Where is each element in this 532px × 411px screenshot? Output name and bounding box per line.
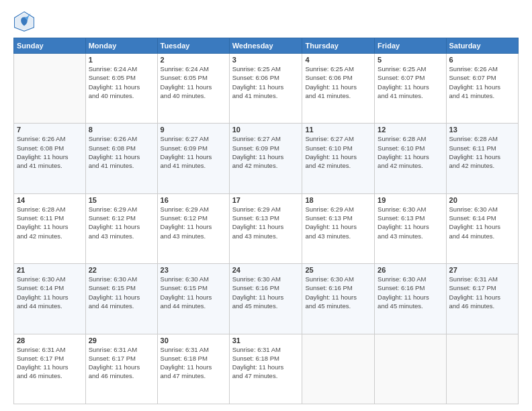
calendar-cell: 5Sunrise: 6:25 AM Sunset: 6:07 PM Daylig… xyxy=(375,54,446,124)
day-number: 22 xyxy=(89,266,154,274)
day-number: 13 xyxy=(449,126,515,134)
calendar-cell: 30Sunrise: 6:31 AM Sunset: 6:18 PM Dayli… xyxy=(157,334,229,404)
day-info: Sunrise: 6:28 AM Sunset: 6:11 PM Dayligh… xyxy=(17,205,83,240)
calendar-week-row: 1Sunrise: 6:24 AM Sunset: 6:05 PM Daylig… xyxy=(14,54,519,124)
calendar-cell: 1Sunrise: 6:24 AM Sunset: 6:05 PM Daylig… xyxy=(85,54,157,124)
day-info: Sunrise: 6:31 AM Sunset: 6:18 PM Dayligh… xyxy=(232,345,300,381)
day-number: 19 xyxy=(378,196,443,204)
day-number: 29 xyxy=(89,336,154,345)
day-info: Sunrise: 6:30 AM Sunset: 6:16 PM Dayligh… xyxy=(232,275,300,310)
calendar-cell: 20Sunrise: 6:30 AM Sunset: 6:14 PM Dayli… xyxy=(446,193,518,263)
day-number: 17 xyxy=(232,196,300,204)
calendar-cell: 6Sunrise: 6:26 AM Sunset: 6:07 PM Daylig… xyxy=(446,54,518,124)
calendar-cell: 17Sunrise: 6:29 AM Sunset: 6:13 PM Dayli… xyxy=(229,193,302,263)
day-number: 7 xyxy=(17,126,83,134)
calendar-cell: 14Sunrise: 6:28 AM Sunset: 6:11 PM Dayli… xyxy=(14,193,86,263)
day-number: 10 xyxy=(232,126,300,134)
day-info: Sunrise: 6:24 AM Sunset: 6:05 PM Dayligh… xyxy=(89,64,154,100)
calendar-cell: 8Sunrise: 6:26 AM Sunset: 6:08 PM Daylig… xyxy=(85,124,157,193)
calendar-cell: 18Sunrise: 6:29 AM Sunset: 6:13 PM Dayli… xyxy=(302,193,375,263)
calendar-cell: 2Sunrise: 6:24 AM Sunset: 6:05 PM Daylig… xyxy=(157,54,229,124)
calendar-cell: 29Sunrise: 6:31 AM Sunset: 6:17 PM Dayli… xyxy=(85,334,157,404)
day-info: Sunrise: 6:30 AM Sunset: 6:14 PM Dayligh… xyxy=(449,205,515,240)
logo-icon xyxy=(13,11,35,32)
day-info: Sunrise: 6:25 AM Sunset: 6:07 PM Dayligh… xyxy=(378,64,443,100)
day-number: 6 xyxy=(449,56,515,64)
day-number: 4 xyxy=(305,56,371,64)
day-number: 5 xyxy=(378,56,443,64)
day-number: 8 xyxy=(89,126,154,134)
day-header-sunday: Sunday xyxy=(14,38,86,54)
day-number: 21 xyxy=(17,266,83,274)
day-info: Sunrise: 6:31 AM Sunset: 6:17 PM Dayligh… xyxy=(449,275,515,310)
day-number: 23 xyxy=(161,266,226,274)
calendar-cell: 25Sunrise: 6:30 AM Sunset: 6:16 PM Dayli… xyxy=(302,264,375,334)
day-number: 26 xyxy=(378,266,443,274)
calendar-week-row: 7Sunrise: 6:26 AM Sunset: 6:08 PM Daylig… xyxy=(14,124,519,193)
day-info: Sunrise: 6:27 AM Sunset: 6:09 PM Dayligh… xyxy=(161,134,226,170)
day-info: Sunrise: 6:29 AM Sunset: 6:12 PM Dayligh… xyxy=(161,205,226,240)
day-number: 20 xyxy=(449,196,515,204)
day-header-friday: Friday xyxy=(375,38,446,54)
calendar-cell: 24Sunrise: 6:30 AM Sunset: 6:16 PM Dayli… xyxy=(229,264,302,334)
day-number: 16 xyxy=(161,196,226,204)
day-info: Sunrise: 6:26 AM Sunset: 6:08 PM Dayligh… xyxy=(89,134,154,170)
day-info: Sunrise: 6:29 AM Sunset: 6:13 PM Dayligh… xyxy=(232,205,300,240)
day-info: Sunrise: 6:28 AM Sunset: 6:11 PM Dayligh… xyxy=(449,134,515,170)
calendar-cell xyxy=(14,54,86,124)
day-info: Sunrise: 6:31 AM Sunset: 6:17 PM Dayligh… xyxy=(17,345,83,381)
day-info: Sunrise: 6:25 AM Sunset: 6:06 PM Dayligh… xyxy=(232,64,300,100)
day-info: Sunrise: 6:26 AM Sunset: 6:08 PM Dayligh… xyxy=(17,134,83,170)
calendar-table: SundayMondayTuesdayWednesdayThursdayFrid… xyxy=(13,38,519,404)
day-info: Sunrise: 6:27 AM Sunset: 6:10 PM Dayligh… xyxy=(305,134,371,170)
day-number: 3 xyxy=(232,56,300,64)
day-header-tuesday: Tuesday xyxy=(157,38,229,54)
day-number: 1 xyxy=(89,56,154,64)
day-number: 9 xyxy=(161,126,226,134)
calendar-header-row: SundayMondayTuesdayWednesdayThursdayFrid… xyxy=(14,38,519,54)
day-info: Sunrise: 6:27 AM Sunset: 6:09 PM Dayligh… xyxy=(232,134,300,170)
page: SundayMondayTuesdayWednesdayThursdayFrid… xyxy=(0,0,532,411)
header xyxy=(13,11,519,32)
day-info: Sunrise: 6:30 AM Sunset: 6:14 PM Dayligh… xyxy=(17,275,83,310)
day-info: Sunrise: 6:30 AM Sunset: 6:15 PM Dayligh… xyxy=(89,275,154,310)
calendar-cell xyxy=(446,334,518,404)
calendar-cell: 7Sunrise: 6:26 AM Sunset: 6:08 PM Daylig… xyxy=(14,124,86,193)
calendar-cell: 19Sunrise: 6:30 AM Sunset: 6:13 PM Dayli… xyxy=(375,193,446,263)
day-info: Sunrise: 6:30 AM Sunset: 6:16 PM Dayligh… xyxy=(378,275,443,310)
day-info: Sunrise: 6:30 AM Sunset: 6:15 PM Dayligh… xyxy=(161,275,226,310)
day-number: 14 xyxy=(17,196,83,204)
day-number: 27 xyxy=(449,266,515,274)
day-info: Sunrise: 6:25 AM Sunset: 6:06 PM Dayligh… xyxy=(305,64,371,100)
calendar-cell: 27Sunrise: 6:31 AM Sunset: 6:17 PM Dayli… xyxy=(446,264,518,334)
calendar-cell: 21Sunrise: 6:30 AM Sunset: 6:14 PM Dayli… xyxy=(14,264,86,334)
day-header-monday: Monday xyxy=(85,38,157,54)
day-header-thursday: Thursday xyxy=(302,38,375,54)
day-info: Sunrise: 6:31 AM Sunset: 6:17 PM Dayligh… xyxy=(89,345,154,381)
day-number: 25 xyxy=(305,266,371,274)
calendar-cell: 26Sunrise: 6:30 AM Sunset: 6:16 PM Dayli… xyxy=(375,264,446,334)
calendar-week-row: 14Sunrise: 6:28 AM Sunset: 6:11 PM Dayli… xyxy=(14,193,519,263)
day-info: Sunrise: 6:29 AM Sunset: 6:12 PM Dayligh… xyxy=(89,205,154,240)
day-info: Sunrise: 6:26 AM Sunset: 6:07 PM Dayligh… xyxy=(449,64,515,100)
day-number: 18 xyxy=(305,196,371,204)
logo xyxy=(13,11,38,32)
day-number: 11 xyxy=(305,126,371,134)
calendar-cell: 16Sunrise: 6:29 AM Sunset: 6:12 PM Dayli… xyxy=(157,193,229,263)
day-number: 24 xyxy=(232,266,300,274)
day-info: Sunrise: 6:28 AM Sunset: 6:10 PM Dayligh… xyxy=(378,134,443,170)
calendar-cell xyxy=(302,334,375,404)
calendar-cell: 31Sunrise: 6:31 AM Sunset: 6:18 PM Dayli… xyxy=(229,334,302,404)
day-info: Sunrise: 6:24 AM Sunset: 6:05 PM Dayligh… xyxy=(161,64,226,100)
day-info: Sunrise: 6:29 AM Sunset: 6:13 PM Dayligh… xyxy=(305,205,371,240)
day-info: Sunrise: 6:30 AM Sunset: 6:13 PM Dayligh… xyxy=(378,205,443,240)
calendar-cell: 28Sunrise: 6:31 AM Sunset: 6:17 PM Dayli… xyxy=(14,334,86,404)
day-info: Sunrise: 6:31 AM Sunset: 6:18 PM Dayligh… xyxy=(161,345,226,381)
calendar-cell: 13Sunrise: 6:28 AM Sunset: 6:11 PM Dayli… xyxy=(446,124,518,193)
calendar-cell: 23Sunrise: 6:30 AM Sunset: 6:15 PM Dayli… xyxy=(157,264,229,334)
calendar-week-row: 28Sunrise: 6:31 AM Sunset: 6:17 PM Dayli… xyxy=(14,334,519,404)
day-header-wednesday: Wednesday xyxy=(229,38,302,54)
calendar-cell xyxy=(375,334,446,404)
calendar-cell: 9Sunrise: 6:27 AM Sunset: 6:09 PM Daylig… xyxy=(157,124,229,193)
calendar-cell: 10Sunrise: 6:27 AM Sunset: 6:09 PM Dayli… xyxy=(229,124,302,193)
